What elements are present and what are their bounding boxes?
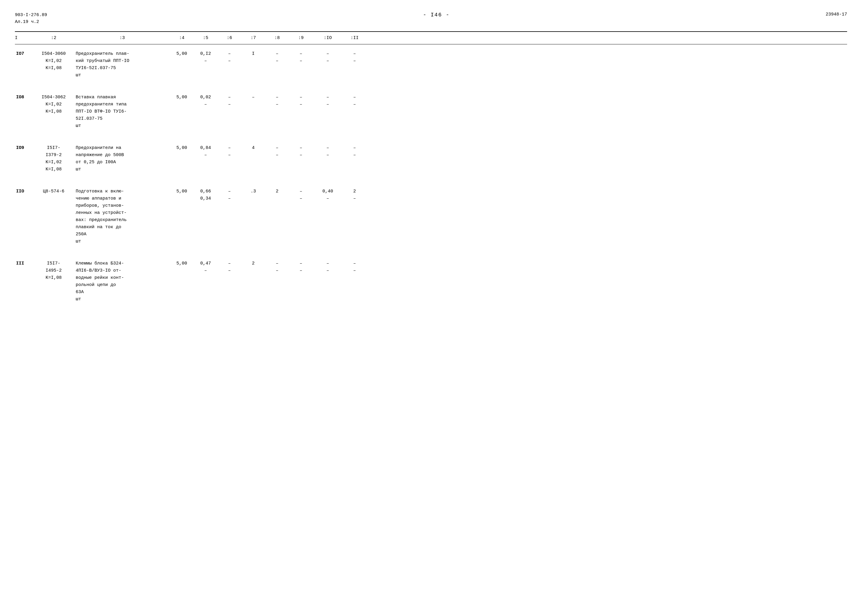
cell-r4-c3: 5,00 bbox=[170, 260, 193, 267]
cell-r4-c7: –– bbox=[265, 260, 289, 274]
cell-r1-c5: –– bbox=[217, 94, 241, 108]
cell-r2-c8: –– bbox=[289, 145, 313, 159]
col-header-9: :9 bbox=[289, 35, 313, 41]
cell-r2-c1: I5I7-I379-2K=I,02K=I,08 bbox=[33, 145, 74, 173]
doc-number: 903-I-276.89 bbox=[15, 12, 47, 19]
cell-r3-c7: 2 bbox=[265, 188, 289, 195]
cell-r2-c4: 0,84– bbox=[193, 145, 217, 159]
cell-r4-c1: I5I7-I495-2K=I,08 bbox=[33, 260, 74, 281]
cell-r2-c3: 5,00 bbox=[170, 145, 193, 152]
col-header-II: :II bbox=[343, 35, 367, 41]
cell-r3-c8: –– bbox=[289, 188, 313, 202]
cell-r4-c5: –– bbox=[217, 260, 241, 274]
table-body: IO7I504-3060K=I,02K=I,08Предохранитель п… bbox=[15, 47, 847, 306]
cell-r4-c6: 2 bbox=[241, 260, 265, 267]
table-row: IO7I504-3060K=I,02K=I,08Предохранитель п… bbox=[15, 47, 847, 82]
table-row: IIII5I7-I495-2K=I,08Клеммы блока Б324-4П… bbox=[15, 257, 847, 306]
cell-r2-c7: –– bbox=[265, 145, 289, 159]
cell-r1-c9: –– bbox=[313, 94, 343, 108]
cell-r3-c0: IIO bbox=[15, 188, 33, 195]
cell-r1-c2: Вставка плавкаяпредохранителя типаППТ-IO… bbox=[74, 94, 170, 130]
cell-r1-c3: 5,00 bbox=[170, 94, 193, 101]
table-row: IO8I504-3062K=I,02K=I,08Вставка плавкаяп… bbox=[15, 91, 847, 132]
col-header-5: :5 bbox=[193, 35, 217, 41]
cell-r2-c6: 4 bbox=[241, 145, 265, 152]
doc-sheet: Ал.19 ч.2 bbox=[15, 19, 47, 26]
cell-r1-c8: –– bbox=[289, 94, 313, 108]
cell-r0-c9: –– bbox=[313, 50, 343, 64]
table-row: IIOЦ8-574-6Подготовка к вклю-чению аппар… bbox=[15, 185, 847, 248]
col-header-7: :7 bbox=[241, 35, 265, 41]
cell-r1-c4: 0,02– bbox=[193, 94, 217, 108]
cell-r0-c7: –– bbox=[265, 50, 289, 64]
cell-r4-c8: –– bbox=[289, 260, 313, 274]
table-row: IO9I5I7-I379-2K=I,02K=I,08Предохранители… bbox=[15, 141, 847, 176]
cell-r3-c3: 5,00 bbox=[170, 188, 193, 195]
cell-r2-c0: IO9 bbox=[15, 145, 33, 152]
column-headers: I:2:3:4:5:6:7:8:9:IO:II bbox=[15, 32, 847, 44]
cell-r0-c3: 5,00 bbox=[170, 50, 193, 58]
cell-r1-c1: I504-3062K=I,02K=I,08 bbox=[33, 94, 74, 115]
header-right: 23948-17 bbox=[826, 12, 847, 17]
cell-r0-c5: –– bbox=[217, 50, 241, 64]
col-header-3: :3 bbox=[74, 35, 170, 41]
cell-r3-c10: 2– bbox=[343, 188, 367, 202]
cell-r3-c6: .3 bbox=[241, 188, 265, 195]
cell-r0-c1: I504-3060K=I,02K=I,08 bbox=[33, 50, 74, 72]
col-header-2: :2 bbox=[33, 35, 74, 41]
cell-r0-c6: I bbox=[241, 50, 265, 58]
cell-r1-c6: – bbox=[241, 94, 265, 101]
header-left: 903-I-276.89 Ал.19 ч.2 bbox=[15, 12, 47, 25]
cell-r0-c10: –– bbox=[343, 50, 367, 64]
col-header-6: :6 bbox=[217, 35, 241, 41]
cell-r1-c7: –– bbox=[265, 94, 289, 108]
cell-r1-c0: IO8 bbox=[15, 94, 33, 101]
cell-r3-c1: Ц8-574-6 bbox=[33, 188, 74, 195]
cell-r4-c10: –– bbox=[343, 260, 367, 274]
cell-r0-c8: –– bbox=[289, 50, 313, 64]
cell-r0-c0: IO7 bbox=[15, 50, 33, 58]
cell-r3-c5: –– bbox=[217, 188, 241, 202]
cell-r0-c4: 0,I2– bbox=[193, 50, 217, 64]
cell-r4-c4: 0,47– bbox=[193, 260, 217, 274]
cell-r3-c4: 0,660,34 bbox=[193, 188, 217, 202]
col-header-8: :8 bbox=[265, 35, 289, 41]
cell-r3-c2: Подготовка к вклю-чению аппаратов иприбо… bbox=[74, 188, 170, 245]
header-center: - I46 - bbox=[423, 12, 450, 18]
cell-r3-c9: 0,40– bbox=[313, 188, 343, 202]
col-header-IO: :IO bbox=[313, 35, 343, 41]
cell-r4-c9: –– bbox=[313, 260, 343, 274]
cell-r2-c2: Предохранители нанапряжение до 500Вот 0,… bbox=[74, 145, 170, 173]
cell-r2-c5: –– bbox=[217, 145, 241, 159]
cell-r1-c10: –– bbox=[343, 94, 367, 108]
page-header: 903-I-276.89 Ал.19 ч.2 - I46 - 23948-17 bbox=[15, 12, 847, 25]
cell-r0-c2: Предохранитель плав-кий трубчатый ППТ-IO… bbox=[74, 50, 170, 79]
col-header-I: I bbox=[15, 35, 33, 41]
col-header-4: :4 bbox=[170, 35, 193, 41]
cell-r2-c10: –– bbox=[343, 145, 367, 159]
cell-r4-c2: Клеммы блока Б324-4ПI6-В/ВУ3-IO от-водны… bbox=[74, 260, 170, 303]
cell-r2-c9: –– bbox=[313, 145, 343, 159]
cell-r4-c0: III bbox=[15, 260, 33, 267]
